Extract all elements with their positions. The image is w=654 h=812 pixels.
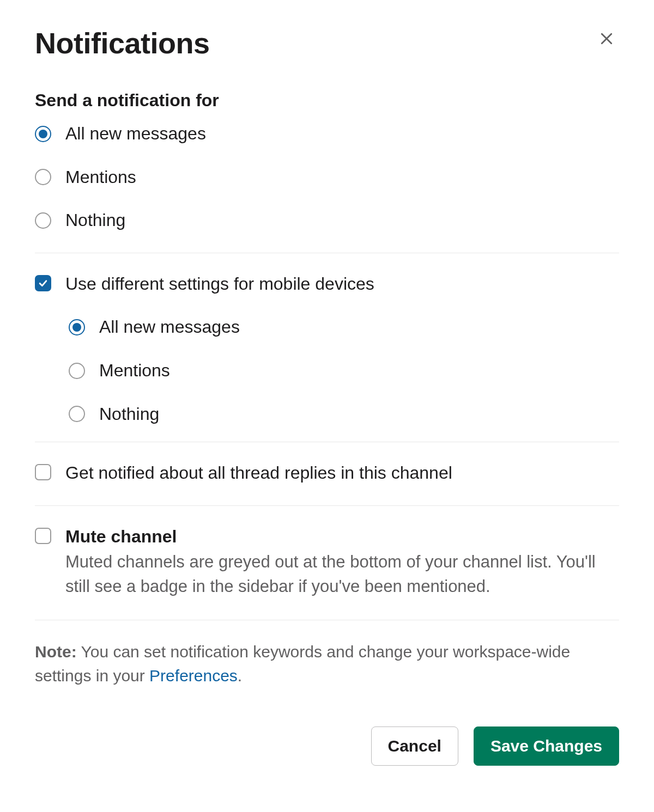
- mobile-radio-label-all: All new messages: [99, 316, 240, 339]
- button-row: Cancel Save Changes: [35, 726, 619, 766]
- save-changes-button[interactable]: Save Changes: [474, 726, 619, 766]
- mute-label: Mute channel: [65, 526, 619, 548]
- close-icon: [598, 30, 615, 47]
- mobile-radio-mentions[interactable]: [69, 363, 85, 379]
- close-button[interactable]: [594, 26, 619, 51]
- radio-row-mentions[interactable]: Mentions: [35, 166, 619, 189]
- mute-text-group: Mute channel Muted channels are greyed o…: [65, 526, 619, 599]
- mobile-radio-row-mentions[interactable]: Mentions: [69, 359, 619, 382]
- note-text-before: You can set notification keywords and ch…: [35, 643, 570, 685]
- radio-label-all: All new messages: [65, 123, 206, 145]
- mobile-radio-all[interactable]: [69, 319, 85, 335]
- note-bold: Note:: [35, 643, 77, 661]
- radio-nothing[interactable]: [35, 212, 51, 229]
- note-text-after: .: [238, 667, 242, 685]
- notifications-modal: Notifications Send a notification for Al…: [0, 0, 654, 812]
- divider: [35, 442, 619, 442]
- mobile-radio-row-nothing[interactable]: Nothing: [69, 403, 619, 426]
- checkbox-label-thread-replies: Get notified about all thread replies in…: [65, 462, 452, 485]
- mute-channel-row[interactable]: Mute channel Muted channels are greyed o…: [35, 526, 619, 599]
- divider: [35, 505, 619, 506]
- mobile-settings-row[interactable]: Use different settings for mobile device…: [35, 273, 619, 296]
- checkbox-label-mobile: Use different settings for mobile device…: [65, 273, 374, 296]
- send-notification-heading: Send a notification for: [35, 90, 619, 111]
- mobile-radio-nothing[interactable]: [69, 406, 85, 422]
- radio-label-mentions: Mentions: [65, 166, 136, 189]
- preferences-link[interactable]: Preferences: [149, 667, 238, 685]
- radio-row-all[interactable]: All new messages: [35, 123, 619, 145]
- modal-header: Notifications: [35, 26, 619, 60]
- mobile-radio-label-nothing: Nothing: [99, 403, 159, 426]
- divider: [35, 253, 619, 253]
- mobile-radio-row-all[interactable]: All new messages: [69, 316, 619, 339]
- mobile-radio-label-mentions: Mentions: [99, 359, 170, 382]
- checkbox-mobile-settings[interactable]: [35, 275, 51, 291]
- radio-row-nothing[interactable]: Nothing: [35, 209, 619, 232]
- thread-replies-row[interactable]: Get notified about all thread replies in…: [35, 462, 619, 485]
- radio-mentions[interactable]: [35, 169, 51, 185]
- radio-all-new-messages[interactable]: [35, 126, 51, 142]
- mute-description: Muted channels are greyed out at the bot…: [65, 550, 619, 599]
- check-icon: [38, 278, 49, 289]
- checkbox-mute-channel[interactable]: [35, 528, 51, 544]
- footer-note: Note: You can set notification keywords …: [35, 640, 619, 687]
- checkbox-thread-replies[interactable]: [35, 464, 51, 480]
- mobile-options-group: All new messages Mentions Nothing: [69, 316, 619, 425]
- divider: [35, 620, 619, 620]
- cancel-button[interactable]: Cancel: [371, 726, 458, 766]
- modal-title: Notifications: [35, 26, 210, 60]
- radio-label-nothing: Nothing: [65, 209, 125, 232]
